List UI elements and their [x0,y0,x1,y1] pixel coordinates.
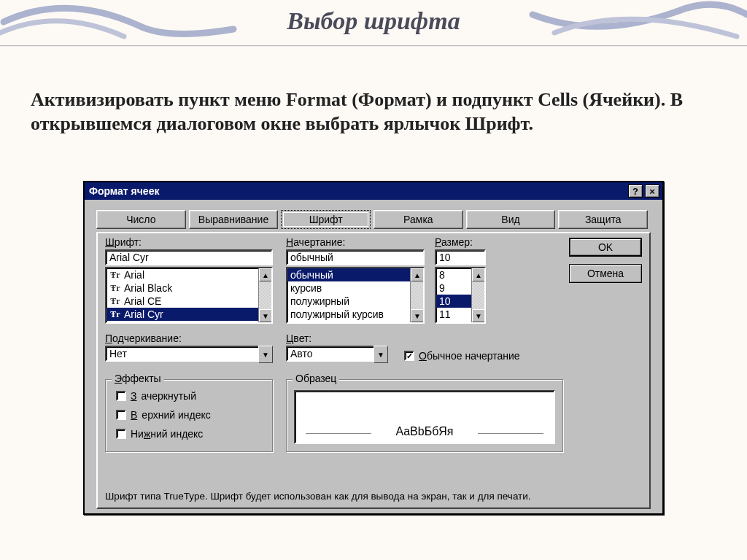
font-panel: OK Отмена Шрифт: Arial Cyr ŦrArial ŦrAri… [96,232,651,509]
size-listbox[interactable]: 8 9 10 11 ▲ ▼ [435,267,486,324]
chevron-down-icon[interactable]: ▼ [258,346,273,363]
font-input[interactable]: Arial Cyr [105,249,273,265]
effects-legend: Эффекты [112,373,164,384]
scroll-up-icon[interactable]: ▲ [259,268,272,281]
scrollbar[interactable]: ▲ ▼ [471,268,484,322]
font-option[interactable]: ŦrArial Cyr [107,308,258,321]
scrollbar[interactable]: ▲ ▼ [410,268,423,322]
checkbox-box: ✓ [404,351,414,361]
dialog-title: Формат ячеек [89,185,159,197]
tab-patterns[interactable]: Вид [466,210,556,229]
format-cells-dialog: Формат ячеек ? × Число Выравнивание Шриф… [83,181,664,515]
slide-title: Выбор шрифта [0,7,747,35]
tab-row: Число Выравнивание Шрифт Рамка Вид Защит… [96,210,651,229]
font-option[interactable]: ŦrArial CE [107,295,258,308]
truetype-icon: Ŧr [109,309,121,320]
size-option[interactable]: 8 [436,268,471,281]
tab-number[interactable]: Число [96,210,186,229]
tab-protection[interactable]: Защита [558,210,648,229]
slide-body-text: Активизировать пункт меню Format (Формат… [31,88,716,136]
font-option[interactable]: ŦrArial [107,268,258,281]
underline-label: Подчеркивание: [105,332,273,344]
font-label: Шрифт: [105,236,273,248]
style-option[interactable]: полужирный [287,295,410,308]
preview-box: AaBbБбЯя [294,390,555,444]
size-option[interactable]: 10 [436,295,471,308]
scroll-up-icon[interactable]: ▲ [472,268,485,281]
style-option[interactable]: курсив [287,281,410,295]
truetype-icon: Ŧr [109,270,121,281]
normal-font-label: Обычное начертание [419,350,520,362]
font-listbox[interactable]: ŦrArial ŦrArial Black ŦrArial CE ŦrArial… [105,267,273,324]
color-combo[interactable]: Авто ▼ [286,346,388,363]
size-option[interactable]: 11 [436,308,471,321]
effect-label: Нижний индекс [131,428,203,440]
style-label: Начертание: [286,236,425,248]
style-option[interactable]: полужирный курсив [287,308,410,321]
checkbox-box [116,391,126,401]
close-button[interactable]: × [645,184,659,198]
scroll-down-icon[interactable]: ▼ [411,309,424,322]
color-label: Цвет: [286,332,388,344]
chevron-down-icon[interactable]: ▼ [374,346,388,363]
divider [0,45,747,47]
preview-sample: AaBbБбЯя [295,425,554,438]
scroll-up-icon[interactable]: ▲ [411,268,424,281]
underline-combo[interactable]: Нет ▼ [105,346,273,363]
effect-strikethrough[interactable]: Зачеркнутый [116,389,211,403]
effect-label: ачеркнутый [141,390,196,402]
style-input[interactable]: обычный [286,249,425,265]
scroll-down-icon[interactable]: ▼ [472,309,485,322]
effects-group: Эффекты Зачеркнутый Верхний индекс Нижни… [105,379,273,452]
ok-button[interactable]: OK [569,238,642,257]
help-button[interactable]: ? [628,184,643,198]
style-option[interactable]: обычный [287,268,410,281]
effect-subscript[interactable]: Нижний индекс [116,427,211,441]
tab-alignment[interactable]: Выравнивание [189,210,279,229]
font-label-rest: рифт: [115,236,142,248]
preview-group: Образец AaBbБбЯя [286,379,563,452]
normal-font-checkbox[interactable]: ✓ Обычное начертание [404,349,520,363]
size-label: Размер: [435,236,486,248]
size-option[interactable]: 9 [436,281,471,295]
truetype-icon: Ŧr [109,296,121,307]
preview-legend: Образец [293,373,339,384]
checkbox-box [116,410,126,420]
scroll-down-icon[interactable]: ▼ [259,309,272,322]
scrollbar[interactable]: ▲ ▼ [258,268,271,322]
truetype-icon: Ŧr [109,283,121,294]
style-listbox[interactable]: обычный курсив полужирный полужирный кур… [286,267,425,324]
tab-font[interactable]: Шрифт [281,210,371,229]
tab-border[interactable]: Рамка [374,210,463,229]
effect-superscript[interactable]: Верхний индекс [116,408,211,422]
font-option[interactable]: ŦrArial Black [107,281,258,295]
effect-label: ерхний индекс [142,409,210,421]
size-input[interactable]: 10 [435,249,486,265]
cancel-button[interactable]: Отмена [569,264,642,283]
title-bar: Формат ячеек ? × [85,182,662,200]
footer-hint: Шрифт типа TrueType. Шрифт будет использ… [105,491,642,502]
checkbox-box [116,429,126,439]
